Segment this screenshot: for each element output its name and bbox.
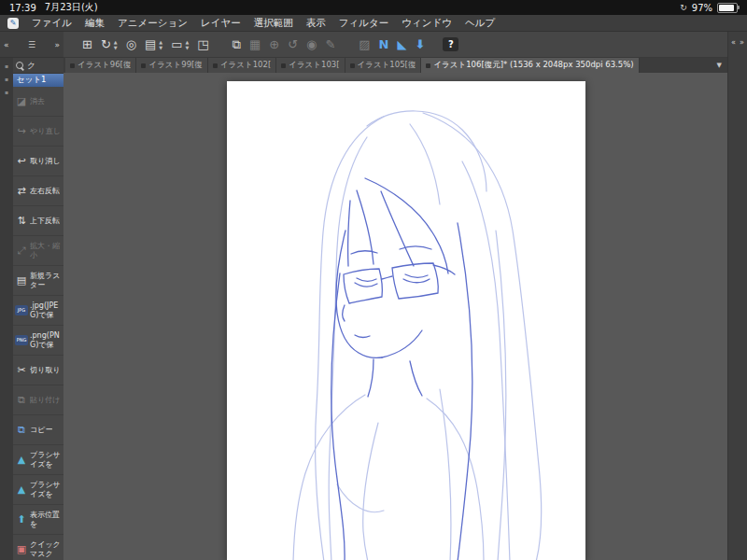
menu-item[interactable]: アニメーション (118, 17, 188, 30)
battery-icon (717, 3, 738, 13)
tab-label: イラスト99[復 (148, 60, 202, 71)
menu-item[interactable]: ウィンドウ (402, 17, 452, 30)
stepper-icon[interactable]: ▲▼ (159, 39, 162, 50)
jpg-file-icon: JPG (15, 305, 28, 315)
hand-tool-icon[interactable]: ◉ (306, 38, 317, 50)
ruler-snap-icon[interactable]: ◣ (397, 38, 406, 50)
search-icon (16, 62, 23, 69)
stepper-icon[interactable]: ▲▼ (114, 39, 118, 50)
download-arrow-icon[interactable]: ⬇ (415, 38, 425, 50)
menu-item[interactable]: フィルター (339, 17, 388, 30)
paste-command[interactable]: ⧉貼り付け (13, 385, 63, 415)
quick-mask-command[interactable]: ▣クイックマスク (13, 535, 63, 560)
scissors-icon: ✂ (15, 365, 28, 375)
qa-item-label: 上下反転 (30, 217, 60, 226)
view-position-command[interactable]: ⬆表示位置を (13, 505, 63, 535)
qa-item-label: ブラシサイズを (30, 451, 63, 469)
menu-item[interactable]: レイヤー (201, 17, 241, 30)
palette-menu-icon[interactable]: ☰ (28, 40, 35, 49)
brush-size-up-command[interactable]: ▲ブラシサイズを (13, 445, 63, 475)
undo-command[interactable]: ↩取り消し (13, 147, 63, 176)
qa-item-label: .png(PNG)で保 (30, 331, 63, 349)
collapse-left-icon[interactable]: « (4, 40, 9, 49)
palette-tab-icon[interactable]: ▪ (5, 76, 8, 82)
new-canvas-icon[interactable]: ▤ (145, 38, 156, 50)
menu-item[interactable]: ヘルプ (465, 17, 495, 30)
pen-edit-icon[interactable]: ✎ (325, 38, 335, 50)
tab-icon (141, 63, 146, 68)
export-icon[interactable]: ⧉ (233, 38, 241, 50)
menu-item[interactable]: 表示 (306, 17, 326, 30)
move-tool-icon[interactable]: ⊕ (269, 38, 279, 50)
save-jpg-command[interactable]: JPG.jpg(JPEG)で保 (13, 296, 63, 326)
tab-icon (426, 63, 430, 68)
tab-label: イラスト96[復 (78, 60, 131, 71)
brush-size-up-icon: ▲ (15, 455, 28, 465)
canvas-area[interactable] (63, 73, 727, 560)
tab-icon (213, 63, 218, 68)
document-tabs: イラスト96[復イラスト99[復イラスト102[イラスト103[イラスト105[… (65, 58, 640, 73)
qa-item-label: .jpg(JPEG)で保 (30, 301, 63, 319)
menu-item[interactable]: 選択範囲 (254, 17, 293, 30)
qa-item-label: コピー (30, 426, 52, 435)
qa-item-label: 左右反転 (30, 187, 60, 196)
qa-item-label: 表示位置を (30, 511, 63, 528)
document-tab[interactable]: イラスト105[復 (345, 58, 422, 73)
save-icon[interactable]: ◳ (197, 38, 208, 50)
save-png-command[interactable]: PNG.png(PNG)で保 (13, 326, 63, 356)
palette-tab-icon[interactable]: ▪ (5, 89, 8, 95)
tab-icon (350, 63, 355, 68)
paste-icon: ⧉ (15, 395, 28, 405)
palette-tab-strip: ▪ ▪ ▪ (0, 58, 13, 560)
rotate-view-icon[interactable]: ↺ (288, 38, 298, 50)
redo-command[interactable]: ↪やり直し (13, 117, 63, 147)
command-bar: ⊞↻▲▼◎▤▲▼▭▲▼◳⧉▦⊕↺◉✎▨N◣⬇ ? (63, 32, 727, 58)
qa-item-label: 取り消し (30, 157, 60, 166)
quick-access-panel: ク セット1 ◪消去↪やり直し↩取り消し⇄左右反転⇅上下反転⤢拡大・縮小▤新規ラ… (13, 58, 63, 560)
set-selector[interactable]: セット1 (13, 74, 63, 87)
erase-command[interactable]: ◪消去 (13, 87, 63, 117)
battery-percent: 97% (692, 3, 712, 13)
tab-list-dropdown-icon[interactable]: ▼ (712, 62, 727, 69)
document-tab-bar: イラスト96[復イラスト99[復イラスト102[イラスト103[イラスト105[… (63, 58, 727, 73)
flip-vertical-command[interactable]: ⇅上下反転 (13, 206, 63, 236)
open-folder-icon[interactable]: ▭ (171, 38, 182, 50)
collapse-right-icon[interactable]: « (731, 38, 736, 47)
palette-tab-icon[interactable]: ▪ (5, 63, 8, 69)
antialias-icon[interactable]: N (379, 38, 389, 50)
document-tab[interactable]: イラスト106[復元]* (1536 x 2048px 350dpi 63.5%… (421, 58, 639, 73)
quick-access-list: ◪消去↪やり直し↩取り消し⇄左右反転⇅上下反転⤢拡大・縮小▤新規ラスターJPG.… (13, 87, 63, 560)
scale-icon: ⤢ (15, 245, 28, 256)
help-button[interactable]: ? (443, 37, 458, 51)
quick-access-tab[interactable]: ク (13, 58, 63, 74)
expand-right-icon[interactable]: » (740, 38, 744, 47)
clip-studio-spiral-icon[interactable]: ◎ (126, 38, 136, 50)
menu-item[interactable]: 編集 (85, 17, 105, 30)
document-tab[interactable]: イラスト102[ (208, 58, 276, 73)
copy-command[interactable]: ⧉コピー (13, 415, 63, 445)
qa-item-label: やり直し (30, 127, 61, 136)
menu-item[interactable]: ファイル (32, 17, 72, 30)
cut-command[interactable]: ✂切り取り (13, 356, 63, 385)
document-tab[interactable]: イラスト99[復 (136, 58, 207, 73)
workspace-layout-icon[interactable]: ⊞ (82, 38, 92, 50)
new-raster-layer-command[interactable]: ▤新規ラスター (13, 266, 63, 296)
clip-studio-paint-logo[interactable]: ✎ (7, 18, 19, 29)
document-tab[interactable]: イラスト103[ (276, 58, 345, 73)
brush-size-down-command[interactable]: ▲ブラシサイズを (13, 475, 63, 505)
new-raster-layer-icon: ▤ (15, 275, 28, 286)
set-name: セット1 (17, 75, 47, 86)
qa-item-label: 拡大・縮小 (30, 242, 63, 259)
qa-item-label: 新規ラスター (30, 272, 63, 289)
document-tab[interactable]: イラスト96[復 (65, 58, 136, 73)
stepper-icon[interactable]: ▲▼ (185, 39, 189, 50)
scale-command[interactable]: ⤢拡大・縮小 (13, 236, 63, 266)
drawing-canvas[interactable] (227, 81, 585, 560)
rotate-canvas-icon[interactable]: ↻ (101, 38, 111, 50)
qa-item-label: 切り取り (30, 366, 60, 375)
fill-pattern-icon[interactable]: ▨ (359, 38, 370, 50)
select-area-icon[interactable]: ▦ (249, 38, 261, 50)
flip-horizontal-command[interactable]: ⇄左右反転 (13, 176, 63, 206)
flip-vertical-icon: ⇅ (15, 216, 28, 226)
expand-left-icon[interactable]: » (54, 40, 60, 49)
